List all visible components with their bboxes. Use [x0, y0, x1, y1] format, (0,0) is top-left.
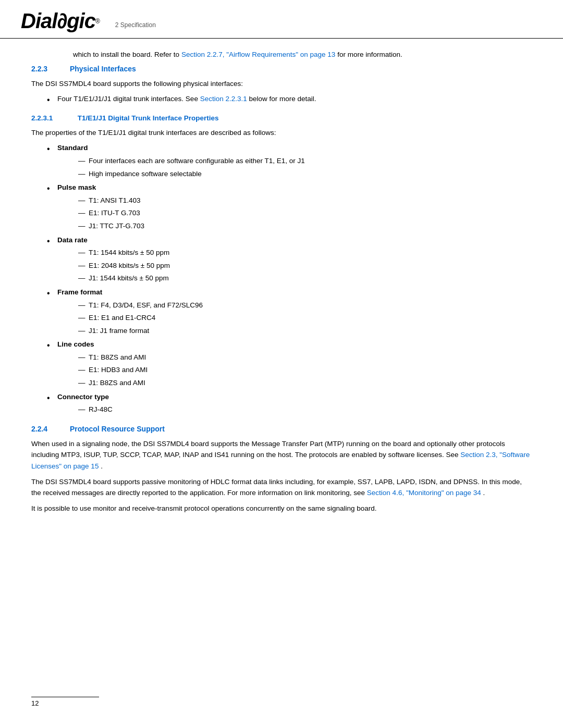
para1-before: When used in a signaling node, the DSI S… — [31, 440, 505, 459]
section-223-title: Physical Interfaces — [70, 65, 136, 73]
dash-item: E1: HDB3 and AMI — [78, 364, 532, 376]
dash-item: T1: F4, D3/D4, ESF, and F72/SLC96 — [78, 300, 532, 311]
section-224-title: Protocol Resource Support — [70, 425, 165, 433]
intro-text-before: which to install the board. Refer to — [73, 51, 179, 58]
dash-item: E1: E1 and E1-CRC4 — [78, 312, 532, 324]
list-item: Connector typeRJ-48C — [47, 391, 532, 415]
dash-item: Four interfaces each are software config… — [78, 155, 532, 167]
list-item: Line codesT1: B8ZS and AMIE1: HDB3 and A… — [47, 339, 532, 388]
list-item: Frame formatT1: F4, D3/D4, ESF, and F72/… — [47, 287, 532, 336]
section-224-para1: When used in a signaling node, the DSI S… — [31, 438, 532, 472]
dash-item: E1: 2048 kbits/s ± 50 ppm — [78, 260, 532, 272]
bullet-label: Standard — [57, 144, 88, 152]
dash-item: J1: TTC JT-G.703 — [78, 220, 532, 232]
bullet-label: Line codes — [57, 340, 94, 348]
trunk-props-list: StandardFour interfaces each are softwar… — [47, 142, 532, 415]
section-224-para2: The DSI SS7MDL4 board supports passive m… — [31, 476, 532, 499]
logo: Dial∂gic® — [21, 9, 100, 33]
bullet-label: Connector type — [57, 393, 109, 401]
para1-after: . — [101, 462, 103, 470]
section-224-heading: 2.2.4 Protocol Resource Support — [31, 425, 532, 433]
page-footer: 12 — [31, 697, 532, 707]
dash-list: T1: ANSI T1.403E1: ITU-T G.703J1: TTC JT… — [78, 195, 532, 232]
dash-item: T1: B8ZS and AMI — [78, 352, 532, 363]
section-223-heading: 2.2.3 Physical Interfaces — [31, 65, 532, 73]
dash-item: J1: J1 frame format — [78, 325, 532, 337]
intro-link[interactable]: Section 2.2.7, "Airflow Requirements" on… — [181, 51, 336, 58]
section-223-bullets: Four T1/E1/J1/J1 digital trunk interface… — [47, 93, 532, 105]
section-223-body: The DSI SS7MDL4 board supports the follo… — [31, 78, 532, 90]
footer-divider — [31, 697, 99, 697]
dash-item: High impedance software selectable — [78, 168, 532, 180]
bullet-label: Frame format — [57, 288, 102, 296]
list-item: StandardFour interfaces each are softwar… — [47, 142, 532, 179]
section-224-para3: It is possible to use monitor and receiv… — [31, 503, 532, 514]
dash-list: T1: F4, D3/D4, ESF, and F72/SLC96E1: E1 … — [78, 300, 532, 337]
logo-wordmark: Dial∂gic — [21, 9, 95, 33]
section-2231-title: T1/E1/J1 Digital Trunk Interface Propert… — [78, 114, 219, 122]
intro-text-after: for more information. — [337, 51, 402, 58]
logo-o: ∂ — [57, 9, 67, 32]
bullet-text-after: below for more detail. — [249, 95, 316, 103]
dash-item: RJ-48C — [78, 404, 532, 415]
dash-item: J1: 1544 kbits/s ± 50 ppm — [78, 273, 532, 284]
bullet-label: Pulse mask — [57, 183, 96, 191]
dash-item: T1: 1544 kbits/s ± 50 ppm — [78, 247, 532, 258]
dash-list: RJ-48C — [78, 404, 532, 415]
list-item: Data rateT1: 1544 kbits/s ± 50 ppmE1: 20… — [47, 235, 532, 284]
section-2231: 2.2.3.1 T1/E1/J1 Digital Trunk Interface… — [31, 114, 532, 415]
main-content: which to install the board. Refer to Sec… — [0, 39, 563, 554]
dash-list: T1: B8ZS and AMIE1: HDB3 and AMIJ1: B8ZS… — [78, 352, 532, 389]
section-2231-num: 2.2.3.1 — [31, 114, 76, 122]
dash-list: Four interfaces each are software config… — [78, 155, 532, 179]
section-223-num: 2.2.3 — [31, 65, 68, 73]
bullet-text-before: Four T1/E1/J1/J1 digital trunk interface… — [57, 95, 198, 103]
section-label: 2 Specification — [115, 14, 156, 29]
section-224-num: 2.2.4 — [31, 425, 68, 433]
bullet-label: Data rate — [57, 236, 88, 244]
para2-link[interactable]: Section 4.6, "Monitoring" on page 34 — [367, 489, 481, 497]
dash-list: T1: 1544 kbits/s ± 50 ppmE1: 2048 kbits/… — [78, 247, 532, 284]
section-2231-body: The properties of the T1/E1/J1 digital t… — [31, 127, 532, 139]
logo-reg: ® — [95, 18, 100, 25]
dash-item: E1: ITU-T G.703 — [78, 207, 532, 219]
section-223: 2.2.3 Physical Interfaces The DSI SS7MDL… — [31, 65, 532, 105]
para2-after: . — [483, 489, 485, 497]
section-2231-heading: 2.2.3.1 T1/E1/J1 Digital Trunk Interface… — [31, 114, 532, 122]
section-2231-link[interactable]: Section 2.2.3.1 — [200, 95, 247, 103]
list-item: Pulse maskT1: ANSI T1.403E1: ITU-T G.703… — [47, 182, 532, 231]
intro-paragraph: which to install the board. Refer to Sec… — [73, 49, 532, 60]
page-header: Dial∂gic® 2 Specification — [0, 0, 563, 39]
dash-item: J1: B8ZS and AMI — [78, 377, 532, 389]
logo-a: a — [41, 9, 52, 32]
page-number: 12 — [31, 699, 532, 707]
dash-item: T1: ANSI T1.403 — [78, 195, 532, 206]
section-224: 2.2.4 Protocol Resource Support When use… — [31, 425, 532, 514]
list-item: Four T1/E1/J1/J1 digital trunk interface… — [47, 93, 532, 105]
